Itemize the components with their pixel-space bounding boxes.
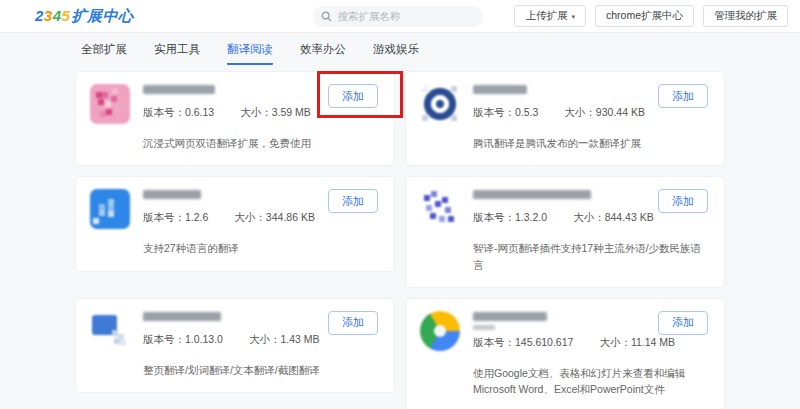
extension-meta: 版本号：0.6.13 大小：3.59 MB: [143, 106, 380, 120]
manage-my-extensions-button[interactable]: 管理我的扩展: [703, 5, 788, 27]
extension-card[interactable]: 版本号：1.2.6 大小：344.86 KB 支持27种语言的翻译 添加: [75, 176, 395, 271]
extension-description: 使用Google文档、表格和幻灯片来查看和编辑Microsoft Word、Ex…: [473, 365, 710, 398]
extension-card[interactable]: 版本号：1.0.13.0 大小：1.43 MB 整页翻译/划词翻译/文本翻译/截…: [75, 298, 395, 393]
logo-digit: 3: [44, 7, 53, 24]
extension-name-redacted: [143, 190, 201, 199]
logo-text: 扩展中心: [71, 7, 133, 24]
extension-name-redacted: [143, 312, 221, 321]
add-button[interactable]: 添加: [658, 84, 708, 108]
pink-mosaic-icon: [90, 84, 130, 124]
add-button[interactable]: 添加: [328, 189, 378, 213]
extension-description: 沉浸式网页双语翻译扩展，免费使用: [143, 135, 380, 151]
extension-card[interactable]: 版本号：145.610.617 大小：11.14 MB 使用Google文档、表…: [405, 298, 725, 409]
extension-name-redacted: [473, 190, 591, 199]
extension-meta: 版本号：1.2.6 大小：344.86 KB: [143, 211, 380, 225]
chrome-extension-center-button[interactable]: chrome扩展中心: [595, 5, 694, 27]
logo-digit: 5: [62, 7, 71, 24]
logo-digit: 2: [35, 7, 44, 24]
extension-name-redacted: [143, 85, 215, 94]
extension-name-redacted: [473, 312, 547, 321]
google-colors-icon: [420, 311, 460, 351]
add-button[interactable]: 添加: [658, 189, 708, 213]
extension-card[interactable]: 版本号：0.5.3 大小：930.44 KB 腾讯翻译是腾讯发布的一款翻译扩展 …: [405, 71, 725, 166]
header-actions: 上传扩展 ▾ chrome扩展中心 管理我的扩展: [514, 5, 788, 27]
extension-card[interactable]: 版本号：1.3.2.0 大小：844.43 KB 智译-网页翻译插件支持17种主…: [405, 176, 725, 288]
caret-down-icon: ▾: [571, 13, 575, 20]
tab-translate-reading[interactable]: 翻译阅读: [227, 42, 273, 65]
extension-meta: 版本号：1.0.13.0 大小：1.43 MB: [143, 333, 380, 347]
top-header: 2345扩展中心 上传扩展 ▾ chrome扩展中心 管理我的扩展: [0, 0, 800, 33]
extension-meta: 版本号：0.5.3 大小：930.44 KB: [473, 106, 710, 120]
tab-games[interactable]: 游戏娱乐: [373, 42, 419, 65]
extension-card[interactable]: 版本号：0.6.13 大小：3.59 MB 沉浸式网页双语翻译扩展，免费使用 添…: [75, 71, 395, 166]
logo-digit: 4: [53, 7, 62, 24]
extension-meta: 版本号：1.3.2.0 大小：844.43 KB: [473, 211, 710, 225]
upload-extension-label: 上传扩展: [525, 9, 567, 23]
tab-all-extensions[interactable]: 全部扩展: [81, 42, 127, 65]
add-button[interactable]: 添加: [328, 84, 378, 108]
extension-name-redacted: [473, 325, 495, 330]
blue-square-icon: [90, 311, 130, 351]
category-tabbar: 全部扩展 实用工具 翻译阅读 效率办公 游戏娱乐: [75, 33, 725, 65]
extension-name-redacted: [473, 85, 527, 94]
tab-utility-tools[interactable]: 实用工具: [154, 42, 200, 65]
extension-meta: 版本号：145.610.617 大小：11.14 MB: [473, 336, 710, 350]
tab-productivity[interactable]: 效率办公: [300, 42, 346, 65]
extension-description: 智译-网页翻译插件支持17种主流外语/少数民族语言: [473, 240, 710, 273]
add-button[interactable]: 添加: [328, 311, 378, 335]
extension-list: 版本号：0.6.13 大小：3.59 MB 沉浸式网页双语翻译扩展，免费使用 添…: [75, 71, 725, 409]
search-icon: [321, 11, 332, 22]
search-box[interactable]: [313, 6, 483, 27]
add-button[interactable]: 添加: [658, 311, 708, 335]
site-logo[interactable]: 2345扩展中心: [35, 7, 133, 26]
navy-ring-icon: [420, 84, 460, 124]
extension-description: 整页翻译/划词翻译/文本翻译/截图翻译: [143, 362, 380, 378]
extension-description: 腾讯翻译是腾讯发布的一款翻译扩展: [473, 135, 710, 151]
extension-description: 支持27种语言的翻译: [143, 240, 380, 256]
search-input[interactable]: [337, 10, 475, 22]
purple-mosaic-icon: [420, 189, 460, 229]
upload-extension-button[interactable]: 上传扩展 ▾: [514, 5, 586, 27]
blue-chart-icon: [90, 189, 130, 229]
